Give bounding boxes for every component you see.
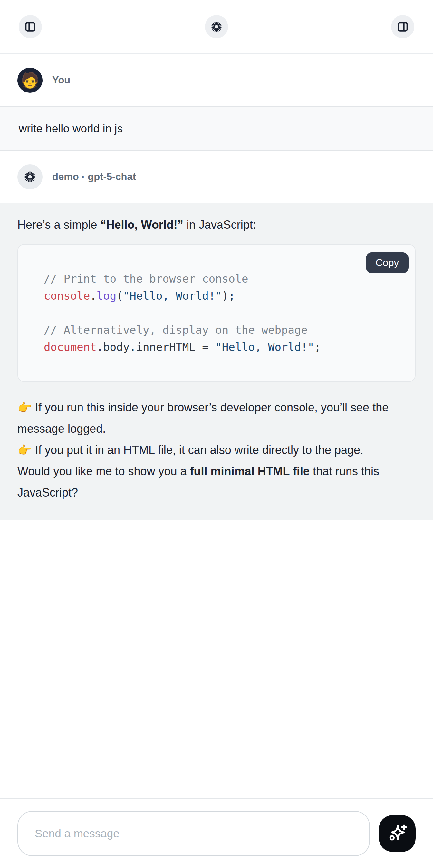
bold-text-run: “Hello, World!” xyxy=(100,218,183,231)
code-token-plain: .body.innerHTML = xyxy=(97,341,215,353)
sparkle-plus-icon xyxy=(386,823,408,844)
starburst-icon xyxy=(210,20,223,33)
assistant-tips-paragraph: 👉 If you run this inside your browser’s … xyxy=(18,397,415,461)
user-avatar: 🧑 xyxy=(18,68,42,93)
text-run: Here’s a simple xyxy=(18,218,100,231)
panel-left-icon xyxy=(24,20,37,33)
code-token-plain: . xyxy=(90,289,96,302)
code-line: console.log("Hello, World!"); xyxy=(44,287,402,305)
model-button[interactable] xyxy=(205,15,228,38)
text-run: in JavaScript: xyxy=(183,218,256,231)
code-token-keyword: document xyxy=(44,341,97,353)
starburst-icon xyxy=(23,170,37,184)
code-token-string: "Hello, World!" xyxy=(123,289,222,302)
assistant-author-name: demo · gpt-5-chat xyxy=(52,171,136,183)
code-token-function: log xyxy=(97,289,116,302)
assistant-intro-paragraph: Here’s a simple “Hello, World!” in JavaS… xyxy=(18,214,415,236)
code-line: document.body.innerHTML = "Hello, World!… xyxy=(44,339,402,356)
code-token-string: "Hello, World!" xyxy=(215,341,314,353)
assistant-avatar xyxy=(18,164,42,189)
code-token-keyword: console xyxy=(44,289,90,302)
empty-chat-space xyxy=(0,520,433,798)
code-line: // Alternatively, display on the webpage xyxy=(44,321,402,339)
panel-right-icon xyxy=(396,20,409,33)
assistant-message: Here’s a simple “Hello, World!” in JavaS… xyxy=(0,203,433,520)
code-line: // Print to the browser console xyxy=(44,270,402,287)
tip-line: 👉 If you put it in an HTML file, it can … xyxy=(18,439,415,461)
assistant-question-paragraph: Would you like me to show you a full min… xyxy=(18,461,415,503)
user-message: write hello world in js xyxy=(0,106,433,151)
code-token-comment: // Alternatively, display on the webpage xyxy=(44,323,308,336)
send-button[interactable] xyxy=(379,815,415,852)
copy-code-button[interactable]: Copy xyxy=(366,252,408,273)
user-author-name: You xyxy=(52,74,70,86)
text-run: Would you like me to show you a xyxy=(18,465,190,478)
code-lines: // Print to the browser consoleconsole.l… xyxy=(44,270,402,356)
code-token-comment: // Print to the browser console xyxy=(44,272,248,285)
code-token-plain: ( xyxy=(116,289,123,302)
chat-app: 🧑 You write hello world in js demo · gpt… xyxy=(0,0,433,868)
code-token-plain: ; xyxy=(314,341,320,353)
user-author-row: 🧑 You xyxy=(0,54,433,106)
user-message-text: write hello world in js xyxy=(19,122,123,135)
tip-line: 👉 If you run this inside your browser’s … xyxy=(18,397,415,439)
code-line xyxy=(44,305,402,321)
code-block: Copy // Print to the browser consolecons… xyxy=(18,244,415,382)
code-token-plain: ); xyxy=(222,289,235,302)
sidebar-toggle-button[interactable] xyxy=(19,15,42,38)
assistant-author-row: demo · gpt-5-chat xyxy=(0,151,433,203)
right-panel-toggle-button[interactable] xyxy=(391,15,414,38)
bold-text-run: full minimal HTML file xyxy=(190,465,310,478)
user-avatar-emoji: 🧑 xyxy=(21,73,39,88)
message-input[interactable] xyxy=(18,811,370,856)
top-bar xyxy=(0,0,433,54)
composer-bar xyxy=(0,798,433,868)
